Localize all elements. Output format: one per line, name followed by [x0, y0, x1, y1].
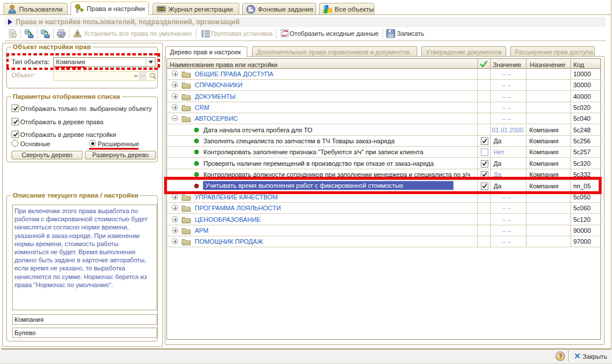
svg-text:?: ? — [558, 352, 562, 359]
